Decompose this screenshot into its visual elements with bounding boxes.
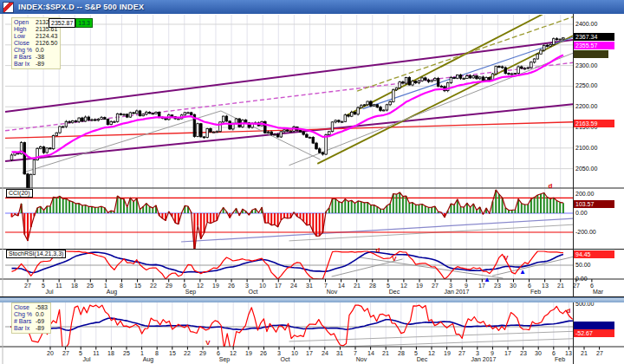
x-axis-tick-label: 10 <box>291 350 298 357</box>
x-axis-tick-label: 19 <box>212 283 219 289</box>
d-marker: d <box>567 308 571 315</box>
price-flag-badge <box>574 50 608 58</box>
x-axis-tick-label: 31 <box>336 350 343 357</box>
x-axis-month-label: Aug <box>143 356 153 363</box>
x-axis-tick-label: 27 <box>62 350 69 357</box>
window-separator[interactable] <box>0 297 624 302</box>
x-axis-tick-label: 17 <box>306 350 313 357</box>
x-axis-tick-label: 15 <box>134 283 141 289</box>
x-axis-tick-label: 27 <box>573 283 580 289</box>
x-axis-month-label: Nov <box>327 289 337 296</box>
x-axis-tick-label: 8 <box>120 283 123 289</box>
x-axis-tick-label: 21 <box>354 283 361 289</box>
x-axis-tick-label: 15 <box>169 350 176 357</box>
x-axis-tick-label: 9 <box>465 283 468 289</box>
x-axis-tick-label: 27 <box>596 350 603 357</box>
x-axis-month-label: Nov <box>356 356 367 363</box>
x-axis-tick-label: 17 <box>275 283 282 289</box>
x-axis-tick-label: 22 <box>184 350 191 357</box>
x-axis-tick-label: 28 <box>398 350 405 357</box>
x-axis-tick-label: 17 <box>504 350 511 357</box>
cci-axis-label: 200.00 <box>575 191 594 198</box>
price-axis-label: 2100.00 <box>575 145 597 152</box>
price-flag-badge <box>574 322 614 329</box>
data-window-main-row: Close2126.50 <box>14 40 57 47</box>
cursor-change-badge: 13.3 <box>75 18 93 28</box>
data-window-bottom-row: Chg %0.0 <box>14 311 48 318</box>
x-axis-month-label: Jul <box>46 289 54 296</box>
price-flag-badge: -52.67 <box>574 329 614 337</box>
x-axis-tick-label: 24 <box>290 283 297 289</box>
x-axis-tick-label: 30 <box>510 283 517 289</box>
x-axis-tick-label: 13 <box>542 283 549 289</box>
x-axis-tick-label: 27 <box>24 283 31 289</box>
x-axis-tick-label: 29 <box>199 350 206 357</box>
x-axis-month-label: Jan 2017 <box>445 289 470 296</box>
x-axis-tick-label: 11 <box>93 350 99 357</box>
x-axis-month-label: Oct <box>249 289 258 296</box>
stochrsi-axis-label: 50.00 <box>575 262 591 269</box>
x-axis-tick-label: 20 <box>47 350 54 357</box>
window-titlebar[interactable]: INDEX:$SPX.D -- S&P 500 INDEX <box>0 0 624 14</box>
x-axis-tick-label: 8 <box>155 350 159 357</box>
x-axis-tick-label: 23 <box>494 283 501 289</box>
x-axis-tick-label: 9 <box>491 350 494 357</box>
x-axis-month-label: Sep <box>185 289 196 296</box>
v-marker: V <box>504 255 508 262</box>
price-axis-label: 2300.00 <box>575 62 597 69</box>
data-window-main-row: Chg %0.0 <box>14 47 57 54</box>
x-axis-tick-label: 13 <box>565 350 572 357</box>
up-arrow-marker: ▲ <box>484 276 491 283</box>
d-marker: d <box>376 247 380 254</box>
x-axis-tick-label: 18 <box>71 283 78 289</box>
price-axis-label: 2200.00 <box>575 103 597 110</box>
stochrsi-axis-label: 0.00 <box>575 276 588 283</box>
x-axis-tick-label: 23 <box>520 350 527 357</box>
price-axis-label: 2050.00 <box>575 166 597 172</box>
d-marker: d <box>549 183 553 190</box>
x-axis-month-label: Dec <box>417 356 427 363</box>
x-axis-tick-label: 24 <box>322 350 328 357</box>
price-axis-label: 2400.00 <box>575 21 597 28</box>
price-flag-badge: 2355.57 <box>574 42 614 49</box>
x-axis-tick-label: 21 <box>557 283 564 289</box>
x-axis-month-label: Dec <box>389 289 400 296</box>
cci-panel-label: CCI(20) <box>6 189 33 198</box>
x-axis-tick-label: 11 <box>55 283 62 289</box>
window-title: INDEX:$SPX.D -- S&P 500 INDEX <box>18 3 144 11</box>
x-axis-tick-label: 19 <box>416 283 423 289</box>
x-axis-month-label: Aug <box>107 289 117 296</box>
x-axis-tick-label: 10 <box>259 283 266 289</box>
x-axis-tick-label: 14 <box>338 283 345 289</box>
x-axis-tick-label: 29 <box>166 283 172 289</box>
price-flag-badge: 2367.34 <box>574 33 614 41</box>
data-window-main-row: Bar Ix-89 <box>14 61 57 68</box>
cursor-price-readout: 2352.87 13.3 <box>49 18 93 28</box>
data-window-bottom: Close-583Chg %0.0# Bars-69Bar Ix-89 <box>11 302 51 334</box>
x-axis-tick-label: 12 <box>428 350 435 357</box>
x-axis-tick-label: 18 <box>107 350 114 357</box>
data-window-main-row: Low2124.43 <box>14 33 57 40</box>
x-axis-tick-label: 26 <box>228 283 235 289</box>
x-axis-month-label: Feb <box>555 356 565 363</box>
x-axis-month-label: Jan 2017 <box>471 356 497 363</box>
data-window-bottom-row: Bar Ix-89 <box>14 325 48 332</box>
x-axis-tick-label: 12 <box>400 283 407 289</box>
app-icon <box>3 2 14 13</box>
x-axis-month-label: Sep <box>219 356 230 363</box>
x-axis-tick-label: 5 <box>79 350 82 357</box>
x-axis-tick-label: 19 <box>245 350 252 357</box>
v-marker: V <box>205 340 210 347</box>
x-axis-tick-label: 30 <box>535 350 542 357</box>
chart-canvas <box>0 0 624 364</box>
x-axis-tick-label: 22 <box>150 283 157 289</box>
v-marker: V <box>392 256 396 263</box>
x-axis-tick-label: 19 <box>444 350 451 357</box>
x-axis-tick-label: 27 <box>458 350 465 357</box>
cci-axis-label: -200.00 <box>575 229 596 236</box>
data-window-main-row: # Bars-38 <box>14 54 57 61</box>
cursor-price-value: 2352.87 <box>49 18 75 28</box>
up-arrow-marker: ▲ <box>519 269 526 276</box>
x-axis-tick-label: 12 <box>197 283 204 289</box>
stochrsi-panel-label: StochRSI(14,21,3,3) <box>6 250 66 258</box>
